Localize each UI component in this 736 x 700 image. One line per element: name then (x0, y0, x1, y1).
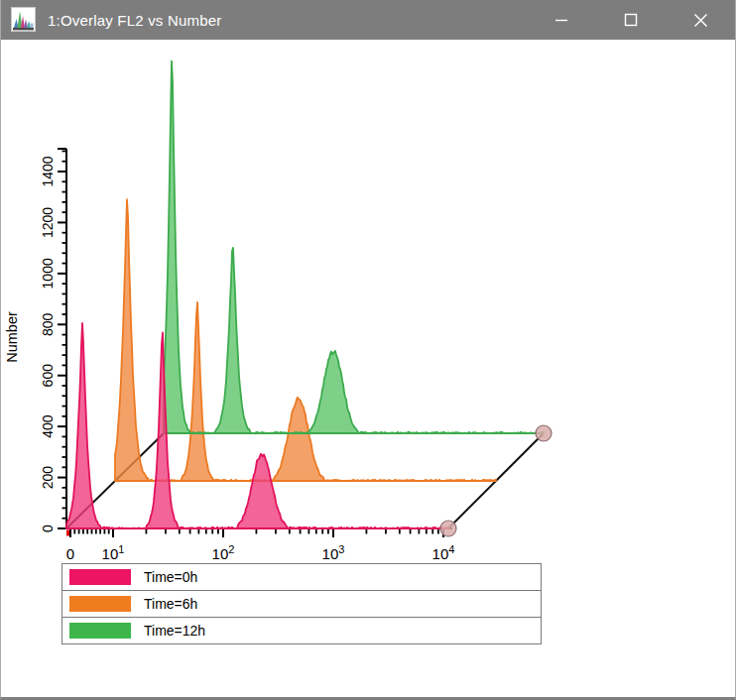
y-tick-label: 1000 (40, 258, 56, 289)
histogram-app-icon (11, 7, 37, 33)
x-tick-label: 104 (432, 543, 455, 562)
title-bar[interactable]: 1:Overlay FL2 vs Number (1, 0, 735, 40)
maximize-icon (624, 13, 638, 27)
x-tick-label: 103 (322, 543, 345, 562)
legend-swatch-time-0h (69, 569, 131, 585)
legend-label: Time=0h (144, 569, 197, 585)
app-window: 1:Overlay FL2 vs Number 0200400600800100… (0, 0, 736, 700)
histogram-series-Time=12h (164, 61, 544, 433)
legend-item-time-12h[interactable]: Time=12h (61, 617, 542, 644)
y-tick-label: 400 (40, 414, 56, 438)
legend-swatch-time-6h (69, 596, 131, 612)
y-tick-label: 0 (40, 525, 56, 532)
y-tick-label: 200 (40, 466, 56, 490)
origin-marker-tick (66, 530, 69, 536)
minimize-icon (554, 13, 568, 27)
y-tick-label: 800 (40, 312, 56, 336)
window-title: 1:Overlay FL2 vs Number (48, 12, 222, 29)
overlay-plot: 0200400600800100012001400Number010110210… (1, 40, 735, 595)
x-tick-label: 101 (102, 543, 125, 562)
y-tick-label: 1400 (40, 156, 56, 186)
maximize-button[interactable] (596, 0, 666, 40)
y-tick-label: 1200 (40, 207, 56, 238)
legend-swatch-time-12h (69, 623, 131, 639)
close-button[interactable] (666, 0, 735, 40)
y-axis-title: Number (4, 311, 20, 363)
y-tick-label: 600 (40, 364, 56, 388)
x-tick-label: 102 (212, 543, 235, 562)
legend-item-time-0h[interactable]: Time=0h (61, 563, 542, 591)
x-tick-label: 0 (66, 545, 74, 562)
legend-label: Time=12h (144, 623, 205, 639)
minimize-button[interactable] (527, 0, 596, 40)
legend: Time=0h Time=6h Time=12h (61, 563, 542, 644)
legend-label: Time=6h (144, 596, 197, 612)
cascade-offset-handle[interactable] (536, 425, 552, 441)
close-icon (693, 13, 708, 28)
legend-item-time-6h[interactable]: Time=6h (61, 590, 542, 618)
cascade-offset-handle[interactable] (440, 521, 456, 536)
window-controls (527, 0, 735, 40)
